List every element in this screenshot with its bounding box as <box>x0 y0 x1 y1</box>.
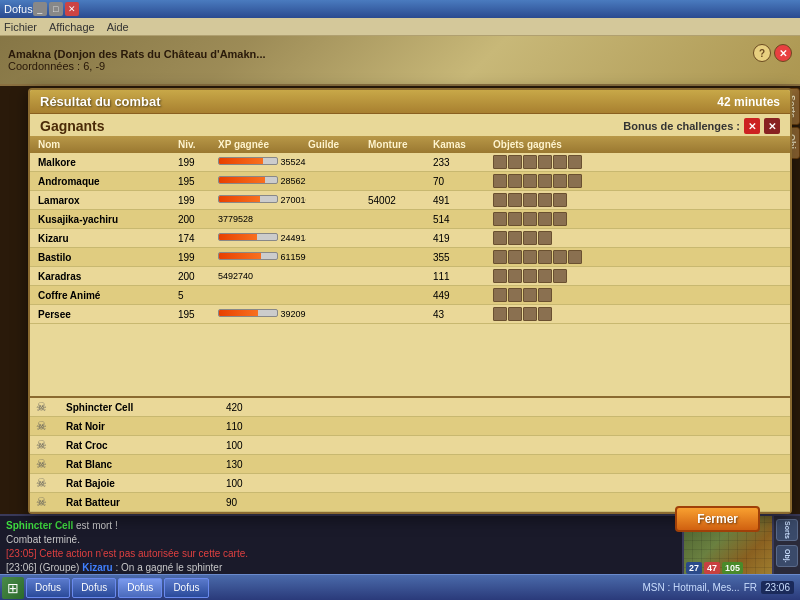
winner-kamas: 514 <box>431 213 491 226</box>
winner-row: Kizaru 174 2449141 419 <box>30 229 790 248</box>
winner-niv: 195 <box>176 175 216 188</box>
winner-xp: 5492740 <box>216 270 306 282</box>
winners-title: Gagnants <box>40 118 105 134</box>
menubar: Fichier Affichage Aide <box>0 18 800 36</box>
winner-niv: 199 <box>176 251 216 264</box>
taskbar: ⊞ Dofus Dofus Dofus Dofus MSN : Hotmail,… <box>0 574 800 600</box>
winner-xp: 3779528 <box>216 213 306 225</box>
lang-label: FR <box>744 582 757 593</box>
taskbar-dofus-2[interactable]: Dofus <box>72 578 116 598</box>
help-button[interactable]: ? <box>753 44 771 62</box>
clock: 23:06 <box>761 581 794 594</box>
loser-row: ☠ Rat Noir 110 <box>30 417 790 436</box>
taskbar-dofus-4[interactable]: Dofus <box>164 578 208 598</box>
topinfo-close-button[interactable]: ✕ <box>774 44 792 62</box>
modal-body: Gagnants Bonus de challenges : ✕ ✕ Nom N… <box>30 114 790 512</box>
loser-niv: 420 <box>226 402 306 413</box>
winners-table-scroll[interactable]: Malkore 199 3552429 233 Andromaque 195 2… <box>30 153 790 324</box>
winners-header: Gagnants Bonus de challenges : ✕ ✕ <box>30 114 790 136</box>
winner-kamas: 43 <box>431 308 491 321</box>
winner-monture: 54002 <box>366 194 431 207</box>
loser-row: ☠ Rat Bajoie 100 <box>30 474 790 493</box>
winner-monture <box>366 313 431 315</box>
log-sphincter: Sphincter Cell <box>6 520 73 531</box>
winner-monture <box>366 218 431 220</box>
maximize-button[interactable]: □ <box>49 2 63 16</box>
winner-niv: 195 <box>176 308 216 321</box>
winner-kamas: 355 <box>431 251 491 264</box>
winner-items <box>491 192 784 208</box>
rp-badge-obj[interactable]: Obj. <box>776 545 798 567</box>
rp-badge-sorts[interactable]: Sorts <box>776 519 798 541</box>
winner-kamas: 449 <box>431 289 491 302</box>
loser-row: ☠ Rat Croc 100 <box>30 436 790 455</box>
col-monture: Monture <box>366 138 431 151</box>
winner-row: Coffre Animé 5 449 <box>30 286 790 305</box>
winners-section: Gagnants Bonus de challenges : ✕ ✕ Nom N… <box>30 114 790 396</box>
col-kamas: Kamas <box>431 138 491 151</box>
winner-kamas: 70 <box>431 175 491 188</box>
winner-niv: 5 <box>176 289 216 302</box>
log-text: Sphincter Cell est mort ! Combat terminé… <box>0 516 682 574</box>
taskbar-dofus-1[interactable]: Dofus <box>26 578 70 598</box>
winner-monture <box>366 275 431 277</box>
table-header: Nom Niv. XP gagnée Guilde Monture Kamas … <box>30 136 790 153</box>
winner-kamas: 419 <box>431 232 491 245</box>
menu-aide[interactable]: Aide <box>107 21 129 33</box>
combat-modal: Résultat du combat 42 minutes Gagnants B… <box>28 88 792 514</box>
loser-niv: 130 <box>226 459 306 470</box>
winner-items <box>491 306 784 322</box>
winner-monture <box>366 161 431 163</box>
loser-name: Rat Noir <box>66 421 226 432</box>
col-nom: Nom <box>36 138 176 151</box>
col-xp: XP gagnée <box>216 138 306 151</box>
col-objets: Objets gagnés <box>491 138 784 151</box>
log-line-2: Combat terminé. <box>6 533 676 547</box>
titlebar-title: Dofus <box>4 3 33 15</box>
challenge-x-dark[interactable]: ✕ <box>764 118 780 134</box>
challenges-bonus: Bonus de challenges : ✕ ✕ <box>623 118 780 134</box>
winner-name: Kizaru <box>36 232 176 245</box>
winner-kamas: 491 <box>431 194 491 207</box>
loser-name: Sphincter Cell <box>66 402 226 413</box>
winner-name: Persee <box>36 308 176 321</box>
winner-name: Andromaque <box>36 175 176 188</box>
loser-name: Rat Blanc <box>66 459 226 470</box>
close-button[interactable]: ✕ <box>65 2 79 16</box>
challenge-x-red[interactable]: ✕ <box>744 118 760 134</box>
winner-guilde <box>306 313 366 315</box>
winner-row: Lamarox 199 2700107 54002 491 <box>30 191 790 210</box>
menu-fichier[interactable]: Fichier <box>4 21 37 33</box>
winner-monture <box>366 237 431 239</box>
location-text: Amakna (Donjon des Rats du Château d'Ama… <box>8 48 792 60</box>
minimize-button[interactable]: _ <box>33 2 47 16</box>
loser-niv: 90 <box>226 497 306 508</box>
winner-name: Coffre Animé <box>36 289 176 302</box>
winner-items <box>491 268 784 284</box>
loser-niv: 100 <box>226 440 306 451</box>
winner-items <box>491 230 784 246</box>
winner-guilde <box>306 180 366 182</box>
winner-row: Andromaque 195 2856225 70 <box>30 172 790 191</box>
winner-name: Bastilo <box>36 251 176 264</box>
winner-xp: 2700107 <box>216 194 306 206</box>
skull-icon: ☠ <box>36 400 66 414</box>
taskbar-dofus-3[interactable]: Dofus <box>118 578 162 598</box>
menu-affichage[interactable]: Affichage <box>49 21 95 33</box>
skull-icon: ☠ <box>36 495 66 509</box>
winner-guilde <box>306 218 366 220</box>
start-button[interactable]: ⊞ <box>2 577 24 599</box>
winner-monture <box>366 256 431 258</box>
winner-guilde <box>306 294 366 296</box>
losers-section[interactable]: ☠ Sphincter Cell 420 ☠ Rat Noir 110 ☠ Ra… <box>30 396 790 512</box>
fermer-button[interactable]: Fermer <box>675 506 760 532</box>
right-panel: Sorts Obj. <box>772 516 800 574</box>
titlebar-controls: _ □ ✕ <box>33 2 79 16</box>
winner-xp: 2449141 <box>216 232 306 244</box>
loser-row: ☠ Rat Blanc 130 <box>30 455 790 474</box>
winner-guilde <box>306 256 366 258</box>
log-line-1: Sphincter Cell est mort ! <box>6 519 676 533</box>
col-guilde: Guilde <box>306 138 366 151</box>
log-line-4: [23:06] (Groupe) Kizaru : On a gagné le … <box>6 561 676 574</box>
loser-row: ☠ Sphincter Cell 420 <box>30 398 790 417</box>
